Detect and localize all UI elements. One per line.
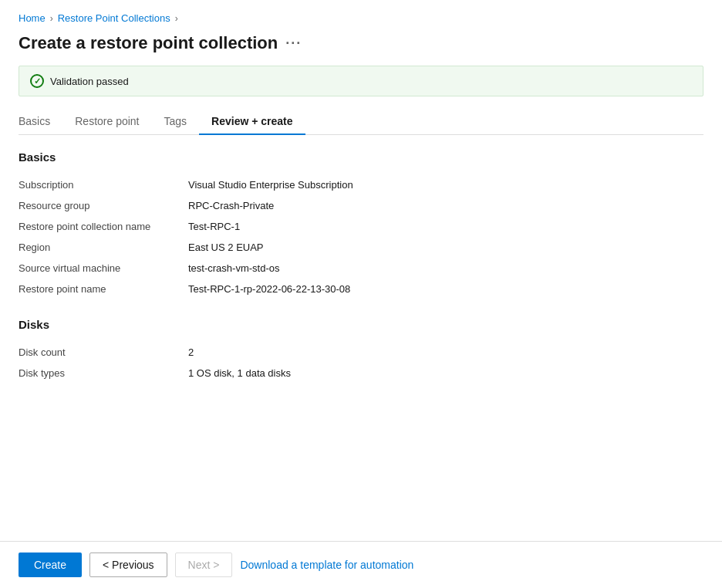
collection-name-value: Test-RPC-1 [188,216,703,237]
resource-group-label: Resource group [19,195,188,216]
footer: Create < Previous Next > Download a temp… [0,541,722,588]
restore-point-name-label: Restore point name [19,279,188,299]
page-title: Create a restore point collection [19,33,278,53]
source-vm-value: test-crash-vm-std-os [188,258,703,279]
more-options-icon[interactable]: ··· [285,35,302,52]
tab-review-create[interactable]: Review + create [199,109,305,135]
breadcrumb-restore-point-collections[interactable]: Restore Point Collections [58,12,170,24]
breadcrumb-sep-2: › [175,13,178,24]
basics-info-table: Subscription Visual Studio Enterprise Su… [19,174,703,299]
download-template-link[interactable]: Download a template for automation [240,559,413,571]
validation-banner: Validation passed [19,66,703,96]
breadcrumb-sep-1: › [50,13,53,24]
table-row: Subscription Visual Studio Enterprise Su… [19,174,703,195]
table-row: Resource group RPC-Crash-Private [19,195,703,216]
restore-point-name-value: Test-RPC-1-rp-2022-06-22-13-30-08 [188,279,703,299]
validation-check-icon [30,74,44,88]
region-value: East US 2 EUAP [188,237,703,258]
disk-types-value: 1 OS disk, 1 data disks [188,363,703,384]
source-vm-label: Source virtual machine [19,258,188,279]
tabs-container: Basics Restore point Tags Review + creat… [19,109,703,135]
breadcrumb-home[interactable]: Home [19,12,46,24]
disks-section: Disks Disk count 2 Disk types 1 OS disk,… [19,318,703,384]
subscription-label: Subscription [19,174,188,195]
table-row: Restore point collection name Test-RPC-1 [19,216,703,237]
basics-section-title: Basics [19,150,703,164]
table-row: Disk count 2 [19,342,703,363]
collection-name-label: Restore point collection name [19,216,188,237]
table-row: Source virtual machine test-crash-vm-std… [19,258,703,279]
table-row: Restore point name Test-RPC-1-rp-2022-06… [19,279,703,299]
resource-group-value: RPC-Crash-Private [188,195,703,216]
table-row: Region East US 2 EUAP [19,237,703,258]
next-button[interactable]: Next > [175,553,233,577]
region-label: Region [19,237,188,258]
previous-button[interactable]: < Previous [89,553,167,577]
disks-section-title: Disks [19,318,703,331]
breadcrumb: Home › Restore Point Collections › [19,12,703,24]
disk-count-value: 2 [188,342,703,363]
disks-info-table: Disk count 2 Disk types 1 OS disk, 1 dat… [19,342,703,384]
validation-message: Validation passed [50,76,129,87]
disk-count-label: Disk count [19,342,188,363]
subscription-value[interactable]: Visual Studio Enterprise Subscription [188,174,703,195]
create-button[interactable]: Create [19,553,82,577]
page-header: Create a restore point collection ··· [19,33,703,53]
table-row: Disk types 1 OS disk, 1 data disks [19,363,703,384]
tab-tags[interactable]: Tags [152,109,200,135]
basics-section: Basics Subscription Visual Studio Enterp… [19,150,703,299]
tab-basics[interactable]: Basics [19,109,62,135]
tab-restore-point[interactable]: Restore point [62,109,151,135]
disk-types-label: Disk types [19,363,188,384]
